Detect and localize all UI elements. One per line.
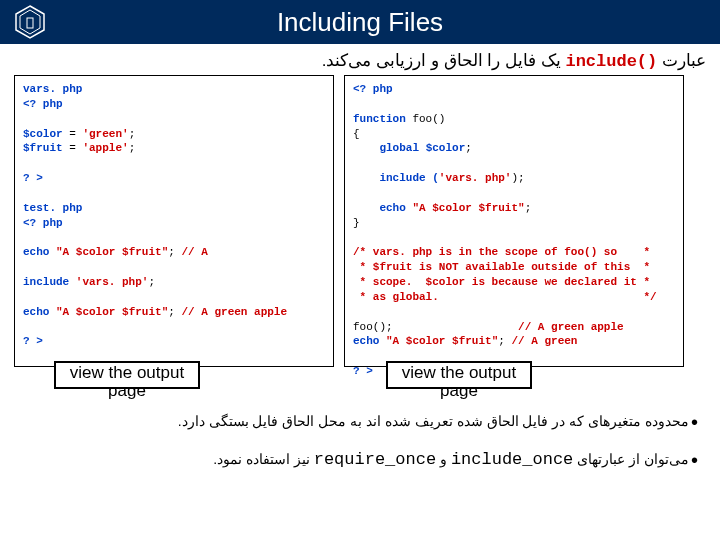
code-box-left: vars. php <? php $color = 'green'; $frui… [14, 75, 334, 367]
code-box-right: <? php function foo() { global $color; i… [344, 75, 684, 367]
keyword-require-once: require_once [314, 450, 436, 469]
keyword-include-once: include_once [451, 450, 573, 469]
svg-rect-2 [27, 18, 33, 28]
slide-subtitle: عبارت include() یک فایل را الحاق و ارزیا… [0, 44, 720, 75]
bullet-item-2: •می‌توان از عبارتهای include_once و requ… [6, 441, 698, 479]
svg-marker-1 [20, 10, 40, 34]
subtitle-pre: عبارت [657, 51, 706, 70]
slide-title: Including Files [277, 7, 443, 38]
bullet-icon: • [691, 411, 698, 433]
university-logo-icon [12, 4, 48, 40]
subtitle-post: یک فایل را الحاق و ارزیابی می‌کند. [322, 51, 566, 70]
code-row: vars. php <? php $color = 'green'; $frui… [0, 75, 720, 367]
view-output-left-button[interactable]: view the output page [54, 361, 200, 389]
view-output-right-button[interactable]: view the output page [386, 361, 532, 389]
button-wrap-right: view the output page [344, 361, 684, 389]
bullet-item-1: •محدوده متغیرهای که در فایل الحاق شده تع… [6, 403, 698, 441]
subtitle-keyword: include() [565, 52, 657, 71]
slide-header: Including Files [0, 0, 720, 44]
bullet-icon: • [691, 449, 698, 471]
button-row: view the output page view the output pag… [0, 361, 720, 389]
bullet-list: •محدوده متغیرهای که در فایل الحاق شده تع… [0, 389, 720, 479]
button-wrap-left: view the output page [14, 361, 334, 389]
